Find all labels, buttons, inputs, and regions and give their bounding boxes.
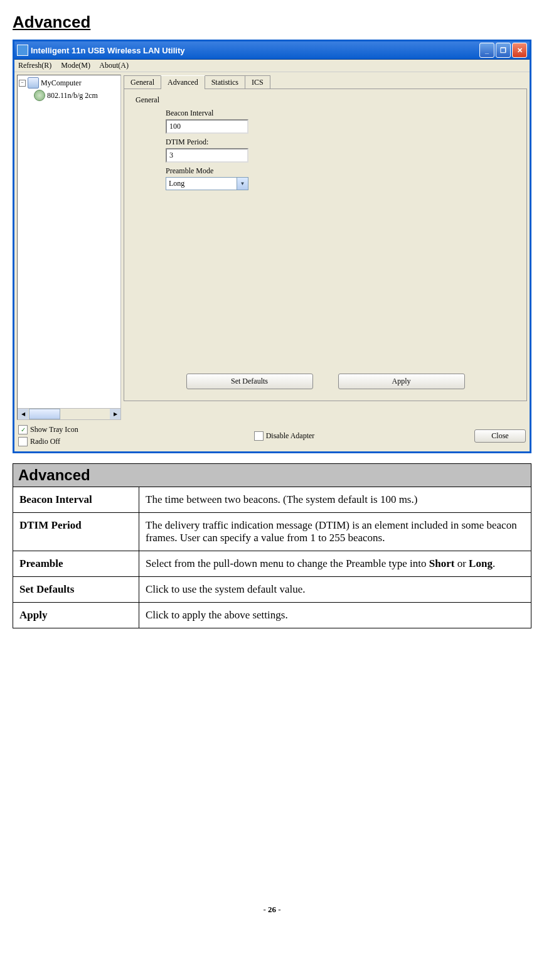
button-row: Set Defaults Apply bbox=[124, 374, 526, 389]
row-key: Preamble bbox=[13, 551, 139, 577]
page-footer: - 26 - bbox=[13, 905, 531, 915]
tab-general[interactable]: General bbox=[124, 75, 161, 89]
mid-checks: Disable Adapter bbox=[254, 431, 315, 441]
row-val: Select from the pull-down menu to change… bbox=[139, 551, 531, 577]
table-header: Advanced bbox=[13, 464, 531, 487]
scroll-left-arrow[interactable]: ◀ bbox=[18, 409, 28, 419]
table-row: Apply Click to apply the above settings. bbox=[13, 603, 531, 628]
tree-collapse-icon[interactable]: − bbox=[19, 80, 26, 87]
computer-icon bbox=[28, 77, 39, 89]
show-tray-checkbox[interactable]: ✓ Show Tray Icon bbox=[18, 425, 78, 434]
tree-hscrollbar[interactable]: ◀ ▶ bbox=[18, 408, 120, 419]
checkbox-icon[interactable]: ✓ bbox=[18, 425, 28, 434]
table-row: DTIM Period The delivery traffic indicat… bbox=[13, 513, 531, 551]
menu-mode[interactable]: Mode(M) bbox=[61, 61, 90, 70]
menu-bar: Refresh(R) Mode(M) About(A) bbox=[14, 60, 530, 72]
disable-adapter-checkbox[interactable]: Disable Adapter bbox=[254, 431, 315, 441]
set-defaults-button[interactable]: Set Defaults bbox=[186, 374, 313, 389]
scroll-thumb[interactable] bbox=[29, 409, 60, 419]
row-val: Click to use the system default value. bbox=[139, 577, 531, 603]
maximize-button[interactable]: ❐ bbox=[496, 43, 511, 58]
show-tray-label: Show Tray Icon bbox=[30, 425, 78, 434]
dtim-period-input[interactable]: 3 bbox=[166, 148, 248, 163]
disable-adapter-label: Disable Adapter bbox=[266, 431, 315, 441]
tab-ics[interactable]: ICS bbox=[245, 75, 270, 89]
row-val: The delivery traffic indication message … bbox=[139, 513, 531, 551]
radio-off-checkbox[interactable]: Radio Off bbox=[18, 437, 78, 446]
beacon-interval-label: Beacon Interval bbox=[166, 109, 515, 118]
form-block: Beacon Interval 100 DTIM Period: 3 Pream… bbox=[166, 109, 515, 190]
close-window-button[interactable]: ✕ bbox=[512, 43, 527, 58]
tab-advanced[interactable]: Advanced bbox=[161, 75, 205, 89]
minimize-button[interactable]: _ bbox=[479, 43, 494, 58]
bottom-bar: ✓ Show Tray Icon Radio Off Disable Adapt… bbox=[14, 423, 530, 451]
tree-root-row[interactable]: − MyComputer bbox=[19, 77, 119, 89]
group-title: General bbox=[136, 95, 515, 105]
checkbox-icon[interactable] bbox=[18, 437, 28, 446]
chevron-down-icon[interactable]: ▼ bbox=[237, 178, 248, 190]
wlan-utility-window: Intelligent 11n USB Wireless LAN Utility… bbox=[13, 40, 531, 453]
page-title: Advanced bbox=[13, 13, 531, 32]
window-body: − MyComputer 802.11n/b/g 2cm ◀ ▶ General… bbox=[14, 72, 530, 423]
table-row: Beacon Interval The time between two bea… bbox=[13, 487, 531, 513]
menu-about[interactable]: About(A) bbox=[99, 61, 129, 70]
tree-child-label: 802.11n/b/g 2cm bbox=[47, 91, 98, 100]
window-controls: _ ❐ ✕ bbox=[479, 43, 527, 58]
table-row: Preamble Select from the pull-down menu … bbox=[13, 551, 531, 577]
left-checks: ✓ Show Tray Icon Radio Off bbox=[18, 425, 78, 446]
apply-button[interactable]: Apply bbox=[338, 374, 465, 389]
preamble-mode-label: Preamble Mode bbox=[166, 166, 515, 176]
row-key: Set Defaults bbox=[13, 577, 139, 603]
radio-off-label: Radio Off bbox=[30, 437, 60, 446]
tree-root-label: MyComputer bbox=[41, 78, 82, 88]
dtim-period-label: DTIM Period: bbox=[166, 137, 515, 147]
checkbox-icon[interactable] bbox=[254, 431, 264, 441]
row-key: Apply bbox=[13, 603, 139, 628]
right-pane: General Advanced Statistics ICS General … bbox=[124, 75, 527, 420]
row-val: The time between two beacons. (The syste… bbox=[139, 487, 531, 513]
preamble-mode-value: Long bbox=[166, 178, 237, 190]
row-key: Beacon Interval bbox=[13, 487, 139, 513]
close-button[interactable]: Close bbox=[474, 429, 526, 443]
description-table: Advanced Beacon Interval The time betwee… bbox=[13, 463, 531, 628]
page-number: 26 bbox=[268, 905, 276, 914]
title-bar[interactable]: Intelligent 11n USB Wireless LAN Utility… bbox=[14, 41, 530, 60]
menu-refresh[interactable]: Refresh(R) bbox=[18, 61, 51, 70]
preamble-mode-select[interactable]: Long ▼ bbox=[166, 177, 248, 190]
tab-statistics[interactable]: Statistics bbox=[205, 75, 245, 89]
window-title: Intelligent 11n USB Wireless LAN Utility bbox=[31, 46, 479, 55]
app-icon bbox=[17, 45, 28, 56]
row-val: Click to apply the above settings. bbox=[139, 603, 531, 628]
tree-child-row[interactable]: 802.11n/b/g 2cm bbox=[19, 89, 119, 102]
tab-panel-advanced: General Beacon Interval 100 DTIM Period:… bbox=[124, 89, 527, 401]
scroll-right-arrow[interactable]: ▶ bbox=[110, 409, 120, 419]
device-tree[interactable]: − MyComputer 802.11n/b/g 2cm ◀ ▶ bbox=[17, 75, 121, 420]
adapter-icon bbox=[34, 90, 45, 101]
table-row: Set Defaults Click to use the system def… bbox=[13, 577, 531, 603]
row-key: DTIM Period bbox=[13, 513, 139, 551]
tab-bar: General Advanced Statistics ICS bbox=[124, 75, 527, 89]
beacon-interval-input[interactable]: 100 bbox=[166, 119, 248, 134]
